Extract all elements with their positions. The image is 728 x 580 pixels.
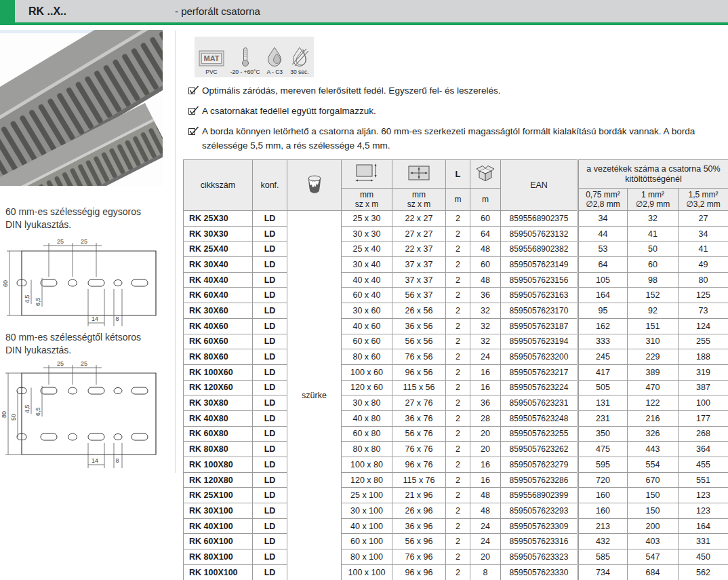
table-row: RK 25X40LD25 x 4022 x 372488595568902382…	[184, 241, 728, 257]
cell-pack-qty: 48	[470, 503, 501, 519]
cell-wires-075: 162	[578, 318, 628, 334]
cell-wires-1: 554	[628, 457, 679, 473]
cell-inner-size: 96 x 96	[392, 564, 446, 580]
cell-inner-size: 56 x 96	[392, 534, 446, 549]
cell-wires-15: 34	[679, 226, 728, 241]
cell-wires-075: 160	[578, 488, 628, 503]
cell-wires-15: 123	[679, 503, 728, 519]
cell-outer-size: 40 x 100	[342, 518, 392, 534]
cell-outer-size: 30 x 40	[342, 257, 392, 273]
cell-inner-size: 76 x 96	[392, 549, 446, 565]
cell-length: 2	[446, 472, 470, 488]
cell-outer-size: 80 x 60	[342, 349, 392, 365]
checkbox-check-icon	[188, 126, 199, 140]
cell-inner-size: 26 x 56	[392, 303, 446, 319]
cell-wires-075: 475	[578, 442, 628, 457]
cell-konf: LD	[253, 303, 287, 319]
cell-wires-15: 41	[679, 241, 728, 257]
cell-length: 2	[446, 534, 470, 549]
feature-text: Optimális záródás, mereven felerősített …	[202, 85, 500, 96]
cell-inner-size: 26 x 96	[392, 503, 446, 519]
cell-outer-size: 25 x 100	[342, 488, 392, 503]
cell-article-code: RK 60X40	[184, 288, 253, 303]
cell-konf: LD	[253, 226, 287, 241]
cell-outer-size: 40 x 40	[342, 272, 392, 288]
cell-inner-size: 37 x 37	[392, 272, 446, 288]
cell-article-code: RK 120X80	[184, 472, 253, 488]
cell-ean: 8595057623217	[501, 364, 578, 380]
cell-ean: 8595057623248	[501, 410, 578, 426]
cell-wires-15: 124	[679, 318, 728, 334]
cell-wires-075: 34	[578, 211, 628, 227]
table-row: RK 60X40LD60 x 4056 x 372368595057623163…	[184, 288, 728, 303]
cell-length: 2	[446, 272, 470, 288]
cell-pack-qty: 16	[470, 380, 501, 395]
cell-pack-qty: 36	[470, 395, 501, 411]
svg-text:8: 8	[116, 315, 119, 322]
cell-outer-size: 120 x 80	[342, 472, 392, 488]
cell-wires-1: 403	[628, 534, 679, 549]
property-material: MAT PVC	[199, 39, 224, 75]
page-subtitle: - perforált csatorna	[175, 0, 260, 22]
cell-length: 2	[446, 241, 470, 257]
cell-wires-1: 150	[628, 503, 679, 519]
svg-text:MAT: MAT	[203, 54, 219, 62]
cell-length: 2	[446, 380, 470, 395]
cell-article-code: RK 100X60	[184, 364, 253, 380]
cell-wires-15: 123	[679, 488, 728, 503]
cell-inner-size: 56 x 37	[392, 288, 446, 303]
cell-article-code: RK 120X60	[184, 380, 253, 395]
cell-length: 2	[446, 303, 470, 319]
caption-single-row-punching: 60 mm-es szélességig egysoros DIN lyukas…	[5, 206, 151, 231]
col-header-packaging	[470, 160, 501, 189]
cell-outer-size: 60 x 80	[342, 426, 392, 442]
feature-item: A csatornákat fedéllel együtt forgalmazz…	[188, 104, 725, 119]
cell-konf: LD	[253, 426, 287, 442]
outer-dimensions-icon	[355, 163, 379, 183]
drawing-double-row-din: 25 25 80 50 4,5 6,5 14 8	[1, 360, 168, 473]
svg-text:14: 14	[92, 315, 98, 322]
cell-wires-15: 73	[679, 303, 728, 319]
cell-wires-15: 80	[679, 272, 728, 288]
cell-konf: LD	[253, 549, 287, 565]
cell-pack-qty: 60	[470, 257, 501, 273]
cell-wires-1: 41	[628, 226, 679, 241]
cell-konf: LD	[253, 534, 287, 549]
table-row: RK 60X80LD60 x 8056 x 762208595057623255…	[184, 426, 728, 442]
cell-length: 2	[446, 334, 470, 349]
cell-pack-qty: 20	[470, 442, 501, 457]
cell-ean: 8595057623156	[501, 272, 578, 288]
cell-konf: LD	[253, 488, 287, 503]
cell-wires-075: 333	[578, 334, 628, 349]
cell-article-code: RK 40X40	[184, 272, 253, 288]
cell-wires-1: 547	[628, 549, 679, 565]
cell-pack-qty: 28	[470, 410, 501, 426]
cell-konf: LD	[253, 410, 287, 426]
cell-ean: 8595057623224	[501, 380, 578, 395]
cell-ean: 8595057623309	[501, 518, 578, 534]
cell-wires-075: 105	[578, 272, 628, 288]
material-icon: MAT	[199, 50, 224, 67]
cell-ean: 8595057623200	[501, 349, 578, 365]
wire-diameter-label: ∅2,8 mm	[580, 199, 626, 209]
cell-length: 2	[446, 410, 470, 426]
cell-inner-size: 27 x 27	[392, 226, 446, 241]
svg-text:6,5: 6,5	[35, 297, 41, 306]
cell-wires-15: 177	[679, 410, 728, 426]
cell-inner-size: 37 x 37	[392, 257, 446, 273]
cell-pack-qty: 32	[470, 318, 501, 334]
cell-ean: 8595057623194	[501, 334, 578, 349]
property-label: A - C3	[266, 69, 283, 75]
cell-wires-075: 164	[578, 288, 628, 303]
cell-wires-15: 331	[679, 534, 728, 549]
cell-ean: 8595057623293	[501, 503, 578, 519]
cell-length: 2	[446, 442, 470, 457]
table-row: RK 100X60LD100 x 6096 x 5621685950576232…	[184, 364, 728, 380]
cell-wires-075: 734	[578, 564, 628, 580]
cell-wires-075: 350	[578, 426, 628, 442]
col-header-ean: EAN	[501, 160, 578, 211]
cell-wires-15: 188	[679, 349, 728, 365]
thermometer-icon	[241, 47, 250, 67]
cell-length: 2	[446, 503, 470, 519]
cell-wires-15: 551	[679, 472, 728, 488]
